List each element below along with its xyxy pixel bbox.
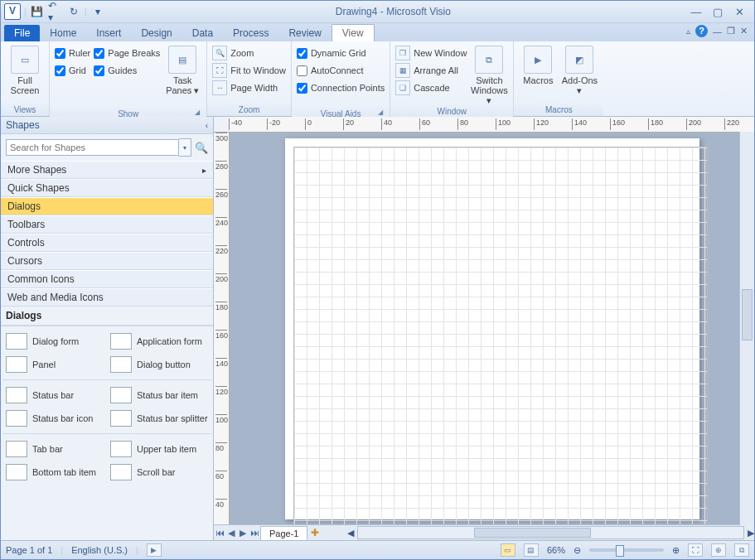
- pan-zoom-icon[interactable]: ⊕: [711, 543, 726, 557]
- page-break-preview-icon[interactable]: ▤: [524, 543, 539, 557]
- search-shapes-input[interactable]: [6, 139, 179, 156]
- category-web-and-media-icons[interactable]: Web and Media Icons: [1, 288, 213, 307]
- switch-windows-status-icon[interactable]: ⧉: [734, 543, 749, 557]
- page-width-button[interactable]: ↔Page Width: [212, 80, 286, 95]
- category-dialogs[interactable]: Dialogs: [1, 197, 213, 215]
- status-language[interactable]: English (U.S.): [71, 545, 128, 555]
- drawing-surface[interactable]: [230, 133, 754, 524]
- hscroll-left-icon[interactable]: ◀: [347, 528, 354, 538]
- category-quick-shapes[interactable]: Quick Shapes: [1, 179, 213, 197]
- zoom-button[interactable]: 🔍Zoom: [212, 46, 286, 60]
- tab-review[interactable]: Review: [278, 25, 331, 41]
- help-icon[interactable]: ?: [695, 25, 708, 37]
- category-common-icons[interactable]: Common Icons: [1, 270, 213, 288]
- maximize-button[interactable]: ▢: [711, 6, 724, 18]
- shape-status-bar-splitter[interactable]: Status bar splitter: [107, 407, 211, 430]
- shape-scroll-bar[interactable]: Scroll bar: [107, 461, 211, 484]
- minimize-button[interactable]: —: [690, 6, 703, 18]
- close-button[interactable]: ✕: [733, 6, 746, 18]
- ribbon-minimize-icon[interactable]: ▵: [686, 27, 690, 36]
- shape-upper-tab-item[interactable]: Upper tab item: [107, 437, 211, 461]
- category-controls[interactable]: Controls: [1, 234, 213, 252]
- mdi-minimize-icon[interactable]: —: [713, 27, 722, 36]
- shape-thumb-icon: [6, 410, 27, 427]
- zoom-in-icon[interactable]: ⊕: [672, 545, 680, 556]
- zoom-slider[interactable]: [589, 548, 664, 552]
- fit-to-window-button[interactable]: ⛶Fit to Window: [212, 63, 286, 78]
- horizontal-scrollbar[interactable]: [357, 526, 744, 539]
- undo-icon[interactable]: ↶ ▾: [48, 4, 63, 19]
- page-last-icon[interactable]: ⏭: [249, 528, 260, 538]
- tab-view[interactable]: View: [332, 24, 375, 41]
- shape-status-bar[interactable]: Status bar: [2, 384, 107, 407]
- group-visual-aids: Dynamic Grid AutoConnect Connection Poin…: [292, 41, 390, 116]
- ruler-checkbox[interactable]: Ruler: [55, 46, 90, 60]
- status-bar: Page 1 of 1 | English (U.S.) | ▶ ▭ ▤ 66%…: [1, 540, 754, 559]
- shape-panel[interactable]: Panel: [2, 353, 107, 376]
- addons-button[interactable]: ◩ Add-Ons▾: [560, 44, 598, 95]
- status-page: Page 1 of 1: [6, 545, 52, 555]
- shape-dialog-button[interactable]: Dialog button: [107, 353, 211, 376]
- save-icon[interactable]: 💾: [30, 4, 45, 19]
- qat-customize-icon[interactable]: ▾: [90, 4, 105, 19]
- shape-dialog-form[interactable]: Dialog form: [2, 330, 107, 353]
- tab-design[interactable]: Design: [131, 25, 181, 41]
- ribbon-tabs: File Home Insert Design Data Process Rev…: [1, 23, 754, 41]
- presentation-mode-icon[interactable]: ▭: [501, 543, 515, 557]
- show-launcher-icon[interactable]: ◢: [195, 109, 200, 116]
- shapes-pane: Shapes ‹ ▾ 🔍 More Shapes▸Quick ShapesDia…: [1, 117, 214, 540]
- category-toolbars[interactable]: Toolbars: [1, 215, 213, 234]
- macro-record-icon[interactable]: ▶: [147, 543, 162, 557]
- fit-page-icon[interactable]: ⛶: [688, 543, 703, 557]
- tab-home[interactable]: Home: [40, 25, 86, 41]
- shapes-collapse-icon[interactable]: ‹: [206, 121, 208, 130]
- shape-bottom-tab-item[interactable]: Bottom tab item: [2, 461, 107, 484]
- switch-windows-button[interactable]: ⧉ Switch Windows ▾: [470, 44, 508, 105]
- tab-process[interactable]: Process: [223, 25, 278, 41]
- page-prev-icon[interactable]: ◀: [225, 528, 237, 538]
- page-breaks-checkbox[interactable]: Page Breaks: [94, 46, 160, 60]
- app-icon[interactable]: V: [4, 3, 21, 20]
- page-first-icon[interactable]: ⏮: [214, 528, 225, 538]
- shape-application-form[interactable]: Application form: [107, 330, 211, 353]
- arrange-all-icon: ▦: [395, 63, 410, 78]
- insert-page-icon[interactable]: ✚: [307, 527, 322, 538]
- mdi-restore-icon[interactable]: ❐: [727, 26, 735, 36]
- vertical-scrollbar[interactable]: [739, 132, 754, 525]
- redo-icon[interactable]: ↻: [66, 4, 81, 19]
- full-screen-button[interactable]: ▭ Full Screen: [6, 44, 44, 95]
- task-panes-button[interactable]: ▤ Task Panes ▾: [163, 44, 201, 95]
- hscroll-right-icon[interactable]: ▶: [748, 528, 754, 538]
- new-window-button[interactable]: ❐New Window: [395, 46, 467, 60]
- tab-file[interactable]: File: [4, 25, 40, 41]
- cascade-button[interactable]: ❏Cascade: [395, 80, 467, 95]
- autoconnect-checkbox[interactable]: AutoConnect: [297, 63, 385, 78]
- shape-separator: [2, 379, 211, 380]
- shape-status-bar-icon[interactable]: Status bar icon: [2, 407, 107, 430]
- page-next-icon[interactable]: ▶: [237, 528, 249, 538]
- stencil-title: Dialogs: [1, 307, 213, 326]
- dynamic-grid-checkbox[interactable]: Dynamic Grid: [297, 46, 385, 60]
- stencil-body: Dialog formApplication formPanelDialog b…: [1, 326, 213, 540]
- tab-insert[interactable]: Insert: [86, 25, 131, 41]
- page-tab[interactable]: Page-1: [260, 526, 307, 540]
- group-views: ▭ Full Screen Views: [1, 41, 50, 116]
- tab-data[interactable]: Data: [182, 25, 223, 41]
- connection-points-checkbox[interactable]: Connection Points: [297, 80, 385, 95]
- search-icon[interactable]: 🔍: [195, 142, 208, 154]
- shape-status-bar-item[interactable]: Status bar item: [107, 384, 211, 407]
- grid-checkbox[interactable]: Grid: [55, 63, 90, 78]
- zoom-out-icon[interactable]: ⊖: [574, 545, 581, 556]
- search-dropdown-icon[interactable]: ▾: [179, 138, 191, 157]
- guides-checkbox[interactable]: Guides: [94, 63, 160, 78]
- macros-button[interactable]: ▶ Macros: [519, 44, 557, 85]
- zoom-level[interactable]: 66%: [547, 545, 565, 555]
- visual-aids-launcher-icon[interactable]: ◢: [378, 109, 383, 116]
- category-more-shapes[interactable]: More Shapes▸: [1, 161, 213, 179]
- shapes-title-bar: Shapes ‹: [1, 117, 213, 134]
- category-cursors[interactable]: Cursors: [1, 252, 213, 270]
- shape-tab-bar[interactable]: Tab bar: [2, 437, 107, 461]
- arrange-all-button[interactable]: ▦Arrange All: [395, 63, 467, 78]
- mdi-close-icon[interactable]: ✕: [740, 26, 748, 36]
- zoom-icon: 🔍: [212, 46, 227, 60]
